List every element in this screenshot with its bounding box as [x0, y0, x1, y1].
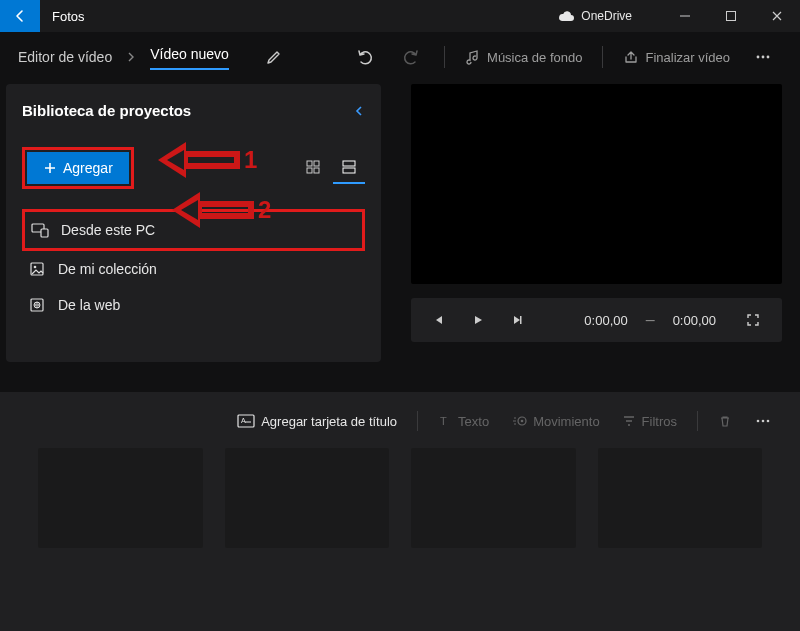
grid-small-view-button[interactable]: [297, 152, 329, 184]
svg-point-24: [757, 420, 760, 423]
minimize-button[interactable]: [662, 0, 708, 32]
collapse-library-button[interactable]: [353, 105, 365, 117]
finalize-button[interactable]: Finalizar vídeo: [617, 39, 736, 75]
menu-from-pc-label: Desde este PC: [61, 222, 155, 238]
more-icon: [754, 48, 772, 66]
svg-rect-7: [307, 168, 312, 173]
svg-rect-1: [727, 12, 736, 21]
fullscreen-icon: [745, 312, 761, 328]
undo-icon: [355, 47, 375, 67]
video-title-label: Vídeo nuevo: [150, 46, 229, 62]
delete-button[interactable]: [710, 410, 740, 432]
annotation-box-1: Agregar: [22, 147, 134, 189]
redo-button[interactable]: [392, 39, 430, 75]
more-button[interactable]: [744, 39, 782, 75]
text-button[interactable]: T Texto: [430, 410, 497, 433]
breadcrumb-root[interactable]: Editor de vídeo: [18, 49, 112, 65]
redo-icon: [401, 47, 421, 67]
menu-from-the-web[interactable]: De la web: [22, 287, 365, 323]
export-icon: [623, 49, 639, 65]
chevron-right-icon: [126, 52, 136, 62]
svg-point-14: [34, 266, 37, 269]
grid-small-icon: [305, 159, 321, 175]
motion-icon: [511, 414, 527, 428]
svg-rect-6: [314, 161, 319, 166]
fullscreen-button[interactable]: [736, 303, 770, 337]
filters-button[interactable]: Filtros: [614, 410, 685, 433]
image-icon: [28, 261, 46, 277]
total-time: 0:00,00: [673, 313, 716, 328]
onedrive-status[interactable]: OneDrive: [557, 9, 632, 23]
grid-large-icon: [341, 159, 357, 175]
pencil-icon: [265, 48, 283, 66]
svg-rect-12: [41, 229, 48, 237]
maximize-button[interactable]: [708, 0, 754, 32]
storyboard-more-button[interactable]: [746, 408, 780, 434]
add-title-card-label: Agregar tarjeta de título: [261, 414, 397, 429]
play-icon: [471, 313, 485, 327]
playback-controls: 0:00,00 – 0:00,00: [411, 298, 782, 342]
text-icon: T: [438, 414, 452, 428]
svg-point-4: [767, 56, 770, 59]
next-frame-button[interactable]: [499, 303, 533, 337]
svg-point-25: [762, 420, 765, 423]
menu-from-web-label: De la web: [58, 297, 120, 313]
time-separator: –: [646, 311, 655, 329]
music-icon: [465, 49, 481, 65]
chevron-left-icon: [353, 105, 365, 117]
svg-rect-10: [343, 168, 355, 173]
bg-music-button[interactable]: Música de fondo: [459, 39, 588, 75]
storyboard-clip-placeholder[interactable]: [598, 448, 763, 548]
plus-icon: [43, 161, 57, 175]
svg-point-23: [521, 420, 524, 423]
devices-icon: [31, 222, 49, 238]
menu-from-my-collection[interactable]: De mi colección: [22, 251, 365, 287]
storyboard-panel: A Agregar tarjeta de título T Texto Movi…: [0, 392, 800, 631]
svg-point-2: [757, 56, 760, 59]
text-label: Texto: [458, 414, 489, 429]
grid-large-view-button[interactable]: [333, 152, 365, 184]
finalize-label: Finalizar vídeo: [645, 50, 730, 65]
web-image-icon: [28, 297, 46, 313]
storyboard-clip-placeholder[interactable]: [225, 448, 390, 548]
undo-button[interactable]: [346, 39, 384, 75]
edit-title-button[interactable]: [255, 39, 293, 75]
bg-music-label: Música de fondo: [487, 50, 582, 65]
svg-point-26: [767, 420, 770, 423]
app-title: Fotos: [52, 9, 85, 24]
breadcrumb-current[interactable]: Vídeo nuevo: [150, 46, 229, 68]
add-button[interactable]: Agregar: [27, 152, 129, 184]
annotation-arrow-1: 1: [158, 142, 257, 178]
storyboard-clip-placeholder[interactable]: [38, 448, 203, 548]
prev-frame-button[interactable]: [423, 303, 457, 337]
svg-rect-5: [307, 161, 312, 166]
motion-button[interactable]: Movimiento: [503, 410, 607, 433]
add-button-label: Agregar: [63, 160, 113, 176]
video-preview[interactable]: [411, 84, 782, 284]
motion-label: Movimiento: [533, 414, 599, 429]
title-card-icon: A: [237, 414, 255, 428]
filters-icon: [622, 414, 636, 428]
annotation-arrow-2: 2: [172, 192, 271, 228]
annotation-number-1: 1: [244, 146, 257, 174]
storyboard-clip-placeholder[interactable]: [411, 448, 576, 548]
onedrive-label: OneDrive: [581, 9, 632, 23]
project-library-panel: Biblioteca de proyectos Agregar: [6, 84, 381, 362]
trash-icon: [718, 414, 732, 428]
back-button[interactable]: [0, 0, 40, 32]
filters-label: Filtros: [642, 414, 677, 429]
cloud-icon: [557, 10, 575, 22]
play-button[interactable]: [461, 303, 495, 337]
svg-text:T: T: [440, 415, 447, 427]
more-icon: [754, 412, 772, 430]
menu-from-collection-label: De mi colección: [58, 261, 157, 277]
svg-point-3: [762, 56, 765, 59]
current-time: 0:00,00: [584, 313, 627, 328]
svg-rect-17: [520, 316, 522, 324]
annotation-number-2: 2: [258, 196, 271, 224]
add-title-card-button[interactable]: A Agregar tarjeta de título: [229, 410, 405, 433]
close-button[interactable]: [754, 0, 800, 32]
svg-text:A: A: [241, 417, 246, 424]
step-forward-icon: [509, 313, 523, 327]
svg-rect-8: [314, 168, 319, 173]
